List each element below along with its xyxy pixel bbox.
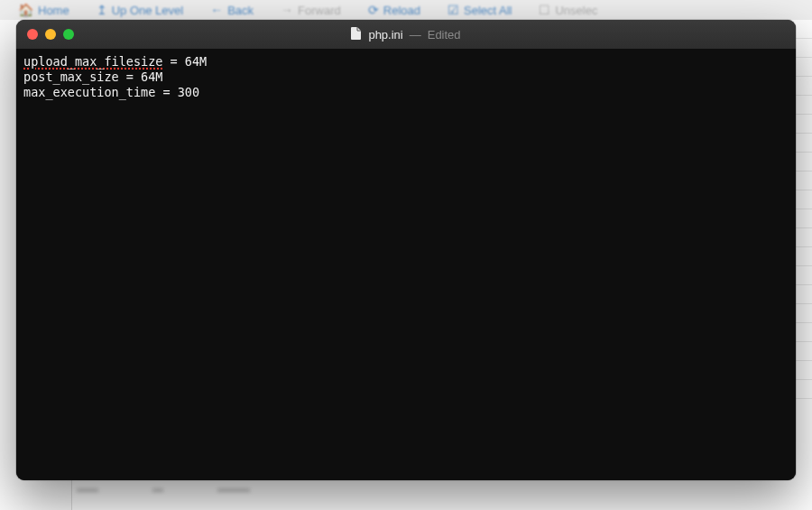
editor-line[interactable]: upload_max_filesize = 64M: [23, 54, 789, 70]
editor-line[interactable]: max_execution_time = 300: [23, 85, 789, 100]
forward-icon: →: [281, 3, 293, 17]
background-toolbar: 🏠 Home ↥ Up One Level ← Back → Forward ⟳…: [0, 0, 812, 20]
home-icon: 🏠: [18, 3, 33, 17]
config-separator[interactable]: =: [155, 85, 177, 99]
toolbar-unselect-label: Unselec: [555, 4, 597, 17]
config-key[interactable]: upload_max_filesize: [23, 54, 162, 69]
window-title-separator: —: [410, 28, 421, 42]
toolbar-select-all[interactable]: ☑ Select All: [448, 3, 512, 17]
toolbar-unselect: ☐ Unselec: [539, 3, 597, 17]
reload-icon: ⟳: [368, 3, 379, 17]
unselect-icon: ☐: [539, 3, 550, 17]
back-icon: ←: [210, 3, 223, 17]
config-value[interactable]: 64M: [185, 54, 207, 69]
toolbar-back-label: Back: [227, 4, 254, 17]
config-value[interactable]: 64M: [141, 70, 162, 84]
config-key[interactable]: max_execution_time: [23, 85, 155, 99]
window-title: php.ini — Edited: [16, 20, 796, 49]
window-edited-status: Edited: [428, 28, 461, 42]
toolbar-back[interactable]: ← Back: [210, 3, 254, 17]
config-separator[interactable]: =: [162, 54, 184, 69]
config-separator[interactable]: =: [119, 70, 141, 84]
toolbar-forward-label: Forward: [298, 4, 341, 17]
config-key[interactable]: post_max_size: [23, 70, 119, 84]
window-titlebar[interactable]: php.ini — Edited: [16, 20, 796, 49]
select-all-icon: ☑: [448, 3, 459, 17]
document-icon: [351, 27, 362, 42]
minimize-button[interactable]: [45, 29, 56, 40]
close-button[interactable]: [27, 29, 38, 40]
toolbar-select-all-label: Select All: [464, 4, 512, 17]
toolbar-up-label: Up One Level: [112, 4, 184, 17]
toolbar-home-label: Home: [38, 4, 69, 17]
toolbar-up[interactable]: ↥ Up One Level: [97, 3, 184, 17]
toolbar-reload-label: Reload: [383, 4, 420, 17]
editor-line[interactable]: post_max_size = 64M: [23, 70, 789, 85]
toolbar-forward: → Forward: [281, 3, 341, 17]
text-editor-window: php.ini — Edited upload_max_filesize = 6…: [16, 20, 796, 480]
traffic-lights: [16, 29, 74, 40]
up-icon: ↥: [97, 3, 107, 17]
window-filename: php.ini: [368, 28, 402, 42]
zoom-button[interactable]: [63, 29, 74, 40]
toolbar-reload[interactable]: ⟳ Reload: [368, 3, 420, 17]
toolbar-home[interactable]: 🏠 Home: [18, 3, 69, 17]
config-value[interactable]: 300: [178, 85, 199, 99]
editor-content[interactable]: upload_max_filesize = 64Mpost_max_size =…: [16, 49, 796, 480]
background-footer: ▬▬▬▬▬▬: [77, 480, 663, 496]
